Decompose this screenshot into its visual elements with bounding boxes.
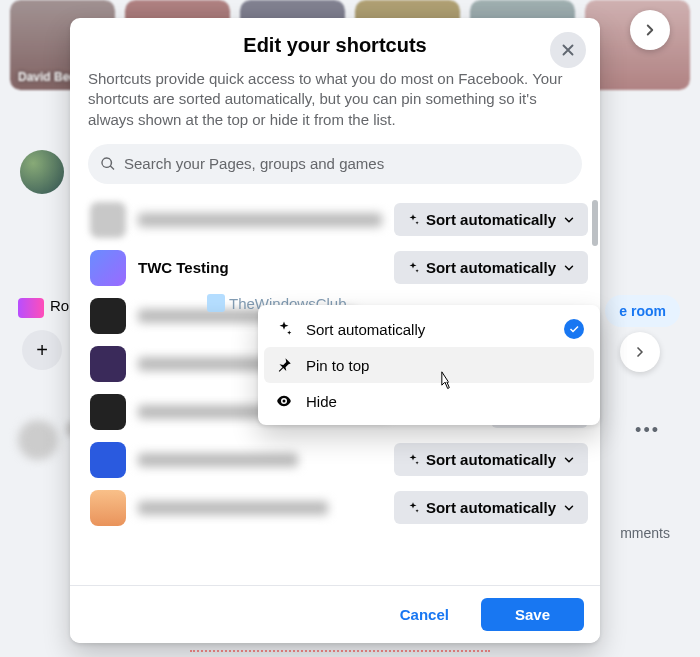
save-button[interactable]: Save [481, 598, 584, 631]
shortcut-row: Sort automatically [84, 196, 594, 244]
shortcut-avatar [90, 442, 126, 478]
shortcut-avatar [90, 202, 126, 238]
background-post-avatar [18, 420, 58, 460]
create-room-button[interactable]: e room [605, 295, 680, 327]
background-divider [190, 650, 490, 652]
chevron-down-icon [562, 501, 576, 515]
cancel-button[interactable]: Cancel [378, 598, 471, 631]
sort-dropdown-button[interactable]: Sort automatically [394, 203, 588, 236]
sort-dropdown-menu: Sort automatically Pin to top Hide [258, 305, 600, 425]
menu-option-hide[interactable]: Hide [264, 383, 594, 419]
sort-dropdown-button[interactable]: Sort automatically [394, 443, 588, 476]
eye-icon [274, 391, 294, 411]
post-menu-dots[interactable]: ••• [635, 420, 660, 441]
comments-link[interactable]: mments [620, 525, 670, 541]
carousel-next-arrow[interactable] [620, 332, 660, 372]
shortcut-avatar [90, 346, 126, 382]
modal-header: Edit your shortcuts [70, 18, 600, 69]
sparkle-icon [406, 261, 420, 275]
shortcut-name: TWC Testing [138, 259, 382, 276]
shortcut-row: TWC Testing Sort automatically [84, 244, 594, 292]
sparkle-icon [406, 213, 420, 227]
pill-label: Sort automatically [426, 451, 556, 468]
shortcut-name [138, 453, 298, 467]
chevron-down-icon [562, 213, 576, 227]
search-field[interactable] [88, 144, 582, 184]
menu-option-label: Pin to top [306, 357, 369, 374]
shortcut-name [138, 501, 328, 515]
svg-point-1 [283, 400, 286, 403]
selected-check-icon [564, 319, 584, 339]
search-icon [100, 156, 116, 172]
pill-label: Sort automatically [426, 499, 556, 516]
modal-title: Edit your shortcuts [130, 34, 540, 57]
background-room-label: Ro [50, 297, 69, 314]
sort-dropdown-button[interactable]: Sort automatically [394, 491, 588, 524]
shortcut-name [138, 213, 382, 227]
stories-next-arrow[interactable] [630, 10, 670, 50]
menu-option-label: Sort automatically [306, 321, 425, 338]
pill-label: Sort automatically [426, 259, 556, 276]
shortcut-avatar [90, 394, 126, 430]
modal-description: Shortcuts provide quick access to what y… [70, 69, 600, 144]
chevron-down-icon [562, 261, 576, 275]
chevron-down-icon [562, 453, 576, 467]
pill-label: Sort automatically [426, 211, 556, 228]
shortcut-avatar [90, 298, 126, 334]
scrollbar-thumb[interactable] [592, 200, 598, 246]
shortcut-row: Sort automatically [84, 436, 594, 484]
menu-option-pin-to-top[interactable]: Pin to top [264, 347, 594, 383]
sparkle-icon [406, 501, 420, 515]
menu-option-label: Hide [306, 393, 337, 410]
shortcut-avatar [90, 250, 126, 286]
menu-option-sort-automatically[interactable]: Sort automatically [264, 311, 594, 347]
sparkle-icon [406, 453, 420, 467]
pin-icon [274, 355, 294, 375]
shortcut-row: Sort automatically [84, 484, 594, 532]
shortcut-avatar [90, 490, 126, 526]
video-icon [18, 298, 44, 318]
background-avatar [20, 150, 64, 194]
sparkle-icon [274, 319, 294, 339]
close-icon [559, 41, 577, 59]
search-input[interactable] [124, 155, 570, 172]
modal-footer: Cancel Save [70, 585, 600, 643]
add-button[interactable]: + [22, 330, 62, 370]
sort-dropdown-button[interactable]: Sort automatically [394, 251, 588, 284]
close-button[interactable] [550, 32, 586, 68]
search-container [70, 144, 600, 192]
